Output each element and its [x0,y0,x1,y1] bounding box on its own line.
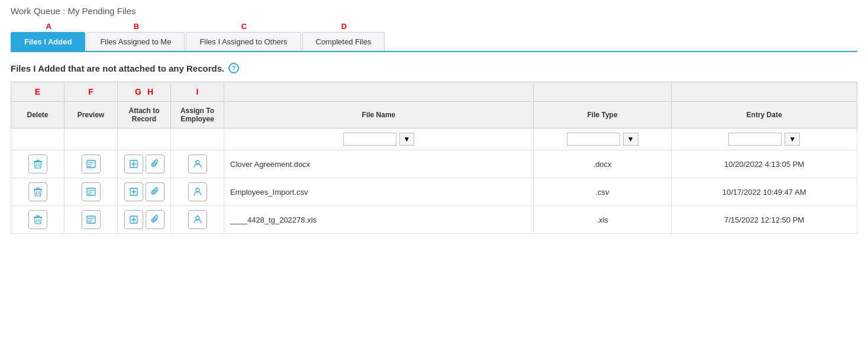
table-row: ____4428_tg_202278.xls.xls7/15/2022 12:1… [11,206,857,234]
tab-b-wrapper: B Files Assigned to Me [86,22,186,51]
row-1-assign-cell [171,178,224,206]
svg-rect-17 [88,190,94,191]
filter-filetype: ▼ [533,128,671,150]
entrydate-filter-button[interactable]: ▼ [785,133,800,146]
filter-attach [118,128,171,150]
col-header-entrydate: Entry Date [672,102,857,128]
table-row: Clover Agreement.docx.docx10/20/2022 4:1… [11,150,857,178]
delete-button-row-1[interactable] [28,182,47,201]
row-2-attach-cell [118,206,171,234]
paperclip-button-row-0[interactable] [146,155,164,173]
table-body: Clover Agreement.docx.docx10/20/2022 4:1… [11,150,857,234]
table-row: Employees_Import.csv.csv10/17/2022 10:49… [11,178,857,206]
filter-assign [171,128,224,150]
svg-point-23 [196,188,199,192]
help-icon[interactable]: ? [228,63,239,73]
col-header-attach: Attach to Record [118,102,171,128]
svg-rect-7 [88,166,91,166]
col-letter-filetype [533,82,671,102]
tab-label-row: A Files I Added B Files Assigned to Me C… [11,22,386,51]
svg-point-35 [196,216,199,220]
row-0-assign-cell [171,150,224,178]
filename-filter-button[interactable]: ▼ [399,133,415,146]
delete-button-row-0[interactable] [28,155,47,173]
tab-files-assigned-to-me[interactable]: Files Assigned to Me [86,32,185,51]
row-2-filetype: .xls [533,206,671,234]
row-0-filename: Clover Agreement.docx [224,150,534,178]
col-letter-gh: G H [118,82,171,102]
tab-b-letter: B [134,22,139,31]
column-headers-row: Delete Preview Attach to Record Assign T… [11,102,857,128]
preview-button-row-0[interactable] [82,155,101,173]
row-1-delete-cell [11,178,64,206]
row-0-delete-cell [11,150,64,178]
svg-point-11 [196,160,199,164]
attach-record-button-row-2[interactable] [124,210,143,229]
tabs-container: A Files I Added B Files Assigned to Me C… [11,22,857,52]
delete-button-row-2[interactable] [28,210,47,229]
svg-rect-25 [36,216,40,217]
row-1-filename: Employees_Import.csv [224,178,534,206]
row-1-filetype: .csv [533,178,671,206]
row-2-preview-cell [64,206,118,234]
col-header-assign: Assign To Employee [171,102,224,128]
row-0-preview-cell [64,150,118,178]
svg-rect-31 [88,221,91,222]
attach-record-button-row-1[interactable] [124,182,143,201]
section-heading: Files I Added that are not attached to a… [11,63,857,73]
svg-rect-13 [36,188,40,189]
svg-rect-19 [88,194,91,194]
row-0-attach-cell [118,150,171,178]
col-letter-e: E [11,82,64,102]
row-2-filename: ____4428_tg_202278.xls [224,206,534,234]
col-header-filename: File Name [224,102,534,128]
assign-employee-button-row-1[interactable] [188,182,207,201]
col-letter-f: F [64,82,118,102]
col-letter-i: I [171,82,224,102]
svg-rect-5 [88,162,94,163]
row-1-preview-cell [64,178,118,206]
tab-completed-files[interactable]: Completed Files [302,32,385,51]
page-title: Work Queue : My Pending Files [11,6,857,16]
col-header-delete: Delete [11,102,64,128]
row-2-entrydate: 7/15/2022 12:12:50 PM [672,206,857,234]
tab-c-wrapper: C Files I Assigned to Others [186,22,302,51]
preview-button-row-1[interactable] [82,182,101,201]
section-heading-text: Files I Added that are not attached to a… [11,63,224,73]
svg-rect-18 [88,192,92,192]
col-header-preview: Preview [64,102,118,128]
column-letters-row: E F G H I [11,82,857,102]
filter-entrydate: ▼ [672,128,857,150]
svg-rect-1 [36,160,40,161]
attach-record-button-row-0[interactable] [124,155,143,173]
filename-filter-input[interactable] [343,133,396,146]
filetype-filter-button[interactable]: ▼ [623,133,638,146]
tab-c-letter: C [241,22,247,31]
filter-filename: ▼ [224,128,534,150]
col-letter-filename [224,82,534,102]
tab-files-i-added[interactable]: Files I Added [11,32,85,51]
assign-employee-button-row-0[interactable] [188,155,207,173]
filter-delete [11,128,64,150]
svg-rect-30 [88,220,92,220]
paperclip-button-row-2[interactable] [146,210,164,229]
tab-files-assigned-to-others[interactable]: Files I Assigned to Others [186,32,301,51]
filter-preview [64,128,118,150]
tab-a-wrapper: A Files I Added [11,22,86,51]
preview-button-row-2[interactable] [82,210,101,229]
files-table: E F G H I Delete Preview Attach to Recor… [11,82,857,234]
paperclip-button-row-1[interactable] [146,182,164,201]
row-2-delete-cell [11,206,64,234]
entrydate-filter-input[interactable] [728,133,782,146]
row-1-entrydate: 10/17/2022 10:49:47 AM [672,178,857,206]
tab-a-letter: A [46,22,51,31]
assign-employee-button-row-2[interactable] [188,210,207,229]
svg-rect-6 [88,164,92,165]
tab-d-wrapper: D Completed Files [302,22,386,51]
row-2-assign-cell [171,206,224,234]
row-1-attach-cell [118,178,171,206]
col-letter-entrydate [672,82,857,102]
filetype-filter-input[interactable] [567,133,620,146]
tab-d-letter: D [341,22,347,31]
row-0-entrydate: 10/20/2022 4:13:05 PM [672,150,857,178]
